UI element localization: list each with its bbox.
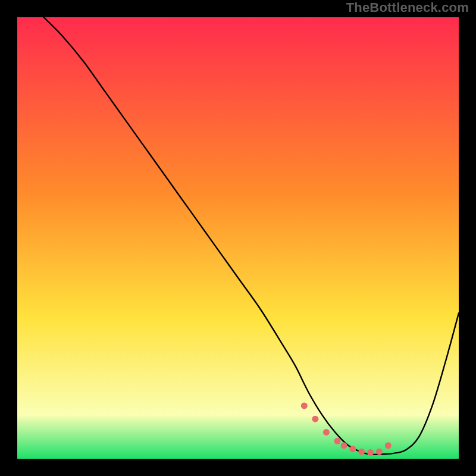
gradient-background	[17, 17, 459, 459]
chart-stage: TheBottleneck.com	[0, 0, 476, 476]
watermark-text: TheBottleneck.com	[346, 0, 469, 15]
optimal-dot	[376, 449, 383, 455]
optimal-dot	[334, 438, 340, 444]
optimal-dot	[367, 449, 374, 456]
optimal-dot	[301, 402, 308, 409]
optimal-dot	[312, 416, 318, 422]
optimal-dot	[349, 446, 356, 452]
bottleneck-chart	[17, 17, 459, 459]
optimal-dot	[385, 442, 392, 449]
optimal-dot	[358, 449, 365, 455]
optimal-dot	[341, 442, 347, 449]
optimal-dot	[323, 429, 330, 436]
